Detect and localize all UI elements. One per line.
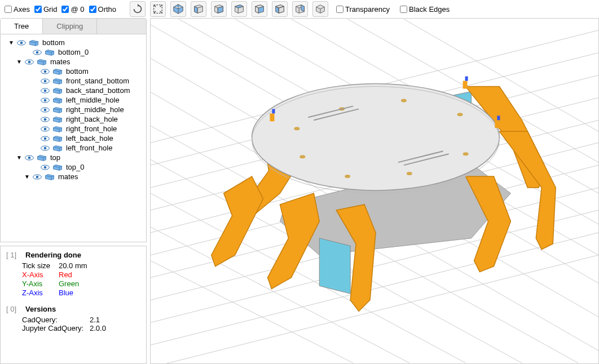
svg-point-20 (44, 127, 47, 130)
front-view-button[interactable] (191, 1, 206, 17)
tree-item-label: front_stand_bottom (65, 77, 129, 85)
tree-row[interactable]: right_front_hole (1, 124, 146, 134)
svg-rect-75 (495, 120, 499, 128)
toolbar: Axes Grid @ 0 Ortho Transparency Black E… (0, 0, 599, 18)
transparency-checkbox[interactable]: Transparency (336, 5, 390, 14)
reset-view-button[interactable] (130, 1, 146, 17)
visibility-icon[interactable] (40, 106, 50, 113)
shape-icon (52, 87, 63, 94)
at0-checkbox[interactable]: @ 0 (61, 5, 84, 14)
back-view-button[interactable] (211, 1, 227, 17)
expand-icon[interactable]: ▼ (16, 154, 22, 161)
tree-row[interactable]: left_middle_hole (1, 95, 146, 105)
ortho-checkbox[interactable]: Ortho (89, 5, 117, 14)
svg-point-14 (44, 99, 47, 101)
left-view-button[interactable] (272, 1, 288, 17)
svg-rect-76 (497, 116, 500, 120)
svg-point-16 (44, 108, 47, 111)
tab-clipping[interactable]: Clipping (43, 19, 97, 34)
expand-icon[interactable]: ▼ (8, 39, 14, 46)
tree-item-label: top_0 (65, 163, 85, 171)
tree-view[interactable]: ▼bottombottom_0▼matesbottomfront_stand_b… (0, 34, 147, 242)
iso-view-button[interactable] (170, 1, 186, 17)
tree-item-label: top (49, 153, 60, 162)
svg-point-6 (28, 60, 31, 63)
tree-row[interactable]: ▼mates (1, 57, 146, 66)
tree-item-label: left_back_hole (65, 134, 113, 143)
right-view-button[interactable] (292, 1, 308, 17)
svg-point-8 (44, 70, 47, 73)
visibility-icon[interactable] (40, 78, 50, 85)
visibility-icon[interactable] (32, 49, 42, 56)
visibility-icon[interactable] (40, 126, 50, 132)
svg-rect-73 (463, 81, 468, 88)
tree-row[interactable]: ▼mates (1, 172, 146, 181)
visibility-icon[interactable] (32, 174, 42, 180)
tree-row[interactable]: ▼top (1, 153, 146, 162)
tree-row[interactable]: bottom_0 (1, 47, 146, 57)
shape-icon (37, 154, 47, 161)
shape-icon (52, 78, 63, 85)
black-edges-checkbox[interactable]: Black Edges (400, 5, 450, 14)
svg-rect-71 (270, 113, 274, 121)
svg-point-10 (44, 79, 47, 82)
svg-point-26 (28, 156, 31, 159)
shape-icon (52, 97, 63, 104)
top-view-button[interactable] (231, 1, 247, 17)
axes-checkbox[interactable]: Axes (5, 5, 30, 14)
visibility-icon[interactable] (40, 145, 50, 152)
visibility-icon[interactable] (40, 135, 50, 142)
tree-row[interactable]: left_back_hole (1, 134, 146, 143)
tree-row[interactable]: bottom (1, 66, 146, 76)
tree-item-label: bottom (65, 67, 89, 76)
tree-item-label: right_back_hole (65, 115, 118, 123)
expand-icon[interactable]: ▼ (24, 174, 30, 180)
tree-item-label: mates (49, 57, 70, 66)
tree-row[interactable]: back_stand_bottom (1, 86, 146, 95)
expand-icon[interactable]: ▼ (16, 59, 22, 65)
tree-row[interactable]: right_back_hole (1, 114, 146, 124)
svg-point-63 (463, 152, 469, 156)
tree-item-label: mates (57, 172, 78, 181)
visibility-icon[interactable] (40, 68, 50, 75)
svg-point-30 (36, 175, 39, 178)
svg-point-61 (401, 99, 407, 102)
iso2-view-button[interactable] (312, 1, 328, 17)
tree-row[interactable]: right_middle_hole (1, 105, 146, 114)
visibility-icon[interactable] (40, 116, 50, 123)
shape-icon (29, 39, 39, 46)
grid-checkbox[interactable]: Grid (34, 5, 58, 14)
svg-point-2 (20, 41, 23, 44)
tree-row[interactable]: front_stand_bottom (1, 76, 146, 86)
visibility-icon[interactable] (16, 39, 27, 46)
shape-icon (52, 106, 63, 113)
tab-tree[interactable]: Tree (1, 19, 43, 34)
svg-point-18 (44, 118, 47, 121)
tree-row[interactable]: ▼bottom (1, 38, 146, 47)
svg-point-22 (44, 137, 47, 140)
visibility-icon[interactable] (24, 59, 34, 65)
tree-item-label: bottom (41, 38, 65, 47)
3d-viewport[interactable] (150, 18, 599, 364)
tree-row[interactable]: top_0 (1, 162, 146, 172)
shape-icon (37, 59, 47, 65)
visibility-icon[interactable] (40, 87, 50, 94)
tree-row[interactable]: left_front_hole (1, 143, 146, 153)
svg-rect-72 (272, 109, 275, 113)
visibility-icon[interactable] (40, 164, 50, 171)
tree-item-label: left_middle_hole (65, 96, 120, 104)
svg-rect-56 (319, 238, 350, 294)
fit-view-button[interactable] (150, 1, 166, 17)
svg-point-57 (252, 83, 500, 190)
svg-rect-74 (465, 77, 468, 81)
tree-item-label: left_front_hole (65, 144, 112, 152)
tree-item-label: bottom_0 (57, 48, 89, 56)
svg-line-41 (151, 255, 598, 363)
svg-point-24 (44, 147, 47, 149)
shape-icon (52, 68, 63, 75)
visibility-icon[interactable] (40, 97, 50, 104)
svg-point-4 (36, 51, 39, 54)
shape-icon (45, 49, 55, 56)
visibility-icon[interactable] (24, 154, 34, 161)
bottom-view-button[interactable] (252, 1, 267, 17)
